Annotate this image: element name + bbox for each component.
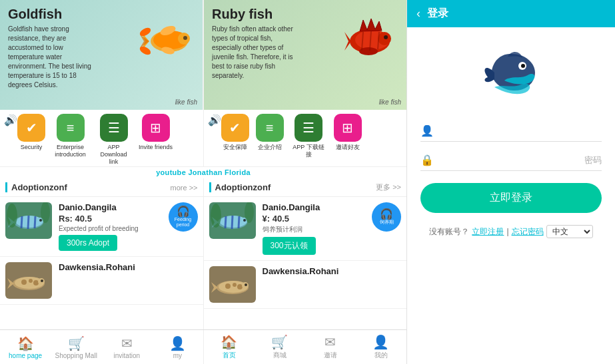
login-footer: 没有账号？ 立即注册 | 忘记密码 中文 English — [407, 225, 615, 238]
back-arrow[interactable]: ‹ — [416, 7, 420, 21]
goldfish-desc: Goldfish have strong resistance, they ar… — [0, 25, 107, 90]
security-label: Security — [21, 144, 43, 151]
register-link[interactable]: 立即注册 — [472, 226, 504, 238]
home-cn-icon: 🏠 — [221, 334, 237, 350]
invite-cn-label: 邀请 — [324, 351, 337, 360]
home-icon: 🏠 — [17, 335, 34, 351]
divider-text: | — [506, 227, 508, 236]
svg-point-39 — [41, 279, 43, 282]
shopping-icon: 🛒 — [68, 335, 85, 351]
security-cn-label: 安全保障 — [223, 144, 247, 151]
enterprise-label: Enterprise introduction — [52, 144, 89, 158]
invitation-icon: ✉ — [121, 335, 133, 351]
fish-item-right-2: Dawkensia.Rohani — [204, 261, 407, 309]
svg-point-50 — [245, 202, 254, 223]
fish-price-right-1: ¥: 40.5 — [263, 214, 289, 224]
svg-point-59 — [245, 283, 247, 286]
nav-home[interactable]: 🏠 home page — [0, 335, 51, 359]
adopt-btn-right-1[interactable]: 300元认领 — [263, 237, 316, 255]
appdownload-cn-icon-box: ☰ — [295, 114, 322, 142]
nav-left: 🏠 home page 🛒 Shopping Mall ✉ invitation… — [0, 330, 204, 364]
svg-line-23 — [21, 216, 22, 228]
fish-price-left-1: Rs: 40.5 — [59, 214, 92, 224]
section-header-left: Adoptionzonf more >> — [0, 178, 203, 197]
section-more-right[interactable]: 更多 >> — [376, 182, 401, 192]
svg-point-29 — [7, 204, 17, 228]
icon-appdownload-cn[interactable]: ☰ APP 下载链接 — [291, 114, 327, 158]
icon-security[interactable]: ✔ Security — [17, 114, 45, 151]
password-input[interactable] — [440, 155, 582, 166]
login-header: ‹ 登录 — [407, 0, 615, 27]
section-header-right: Adoptionzonf 更多 >> — [204, 178, 407, 197]
bottom-nav: 🏠 home page 🛒 Shopping Mall ✉ invitation… — [0, 329, 406, 364]
icon-enterprise-cn[interactable]: ≡ 企业介绍 — [256, 114, 284, 151]
top-cards: Goldfish Goldfish have strong resistance… — [0, 0, 406, 110]
lock-icon: 🔒 — [420, 154, 434, 166]
svg-line-25 — [35, 216, 35, 228]
rubyfish-image — [343, 13, 400, 67]
svg-line-45 — [239, 216, 239, 228]
security-icon-box: ✔ — [17, 114, 45, 142]
icon-invite-cn[interactable]: ⊞ 邀请好友 — [334, 114, 362, 151]
icon-security-cn[interactable]: ✔ 安全保障 — [221, 114, 249, 151]
icon-enterprise[interactable]: ≡ Enterprise introduction — [52, 114, 89, 158]
svg-point-13 — [384, 35, 388, 39]
invite-cn-nav-icon: ✉ — [324, 334, 336, 350]
invite-cn-label: 邀请好友 — [336, 144, 360, 151]
nav-mine-cn[interactable]: 👤 我的 — [356, 334, 406, 360]
adopt-btn-left-1[interactable]: 300rs Adopt — [59, 235, 117, 251]
nav-shopping[interactable]: 🛒 Shopping Mall — [51, 335, 101, 359]
login-form: 👤 🔒 密码 立即登录 — [407, 114, 615, 220]
svg-point-61 — [521, 64, 525, 68]
nav-invite-cn[interactable]: ✉ 邀请 — [305, 334, 356, 360]
login-button[interactable]: 立即登录 — [420, 183, 602, 213]
enterprise-cn-icon-box: ≡ — [256, 114, 284, 142]
mine-cn-icon: 👤 — [372, 334, 389, 350]
my-icon: 👤 — [169, 335, 186, 351]
svg-point-8 — [139, 26, 153, 38]
svg-marker-15 — [360, 19, 382, 31]
rubyfish-desc: Ruby fish often attack other types of tr… — [204, 25, 310, 81]
fish-thumb-dangila-right — [209, 202, 256, 239]
icon-appdownload[interactable]: ☰ APP Download link — [95, 114, 132, 165]
nav-home-cn[interactable]: 🏠 首页 — [204, 334, 255, 360]
fish-item-right-1: Danio.Dangila ¥: 40.5 饲养预计利润 300元认领 🎧 饲养… — [204, 197, 407, 261]
password-row: 🔒 密码 — [420, 150, 602, 171]
fish-item-left-1: Danio.Dangila Rs: 40.5 Expected profit o… — [0, 197, 203, 257]
feeding-badge-left-1: 🎧 Feeding period — [169, 202, 198, 232]
svg-point-3 — [183, 36, 187, 40]
no-account-text: 没有账号？ — [429, 226, 469, 238]
fish-name-right-2: Dawkensia.Rohani — [263, 266, 402, 276]
section-rows: Adoptionzonf more >> — [0, 178, 406, 329]
logo-area — [407, 27, 615, 114]
nav-mall-cn[interactable]: 🛒 商城 — [255, 334, 305, 360]
language-select[interactable]: 中文 English — [546, 225, 593, 238]
fish-logo — [474, 41, 548, 107]
section-col-left: Adoptionzonf more >> — [0, 178, 204, 329]
username-input[interactable] — [440, 126, 602, 136]
rubyfish-card: Ruby fish Ruby fish often attack other t… — [204, 0, 406, 110]
fish-info-rohani-right: Dawkensia.Rohani — [263, 266, 402, 277]
svg-line-43 — [225, 216, 226, 228]
svg-point-30 — [41, 202, 50, 223]
home-cn-label: 首页 — [223, 351, 236, 360]
section-col-right: Adoptionzonf 更多 >> — [204, 178, 407, 329]
nav-right: 🏠 首页 🛒 商城 ✉ 邀请 👤 我的 — [204, 330, 407, 364]
left-panel: Goldfish Goldfish have strong resistance… — [0, 0, 406, 364]
forgot-link[interactable]: 忘记密码 — [512, 226, 544, 238]
section-more-left[interactable]: more >> — [171, 184, 198, 192]
fish-item-left-2: Dawkensia.Rohani — [0, 257, 203, 305]
mall-cn-icon: 🛒 — [271, 334, 288, 350]
mall-cn-label: 商城 — [273, 351, 287, 360]
youtube-banner: youtube Jonathan Florida — [0, 167, 406, 178]
svg-point-28 — [39, 219, 42, 222]
enterprise-icon-box: ≡ — [57, 114, 85, 142]
invite-cn-icon-box: ⊞ — [334, 114, 362, 142]
nav-my[interactable]: 👤 my — [152, 335, 203, 359]
appdownload-icon-box: ☰ — [100, 114, 128, 142]
icon-invite[interactable]: ⊞ Invite friends — [139, 114, 173, 151]
appdownload-cn-label: APP 下载链接 — [291, 144, 327, 158]
fish-name-left-2: Dawkensia.Rohani — [59, 262, 198, 272]
section-title-right: Adoptionzonf — [209, 182, 271, 192]
nav-invitation[interactable]: ✉ invitation — [101, 335, 152, 359]
